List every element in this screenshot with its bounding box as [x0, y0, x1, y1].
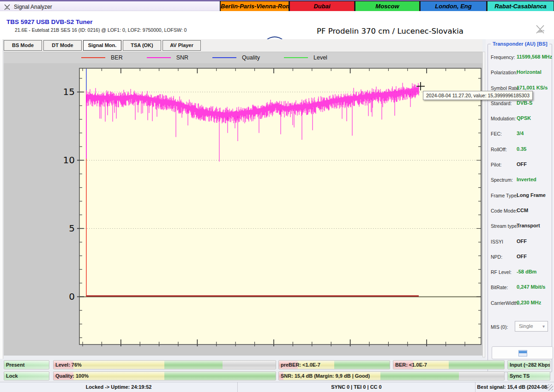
clock-city-label: Rabat-Casablanca	[488, 1, 554, 12]
transponder-panel: Transponder (AU) [BS] Frequency: 11599,5…	[486, 39, 554, 359]
transponder-row: CarrierWidth: 0,230 MHz	[488, 297, 552, 312]
transponder-row-label: Spectrum:	[491, 177, 513, 183]
transponder-row-value: OFF	[517, 254, 527, 259]
tab-av-player[interactable]: AV Player	[163, 40, 201, 51]
left-splitter[interactable]	[0, 39, 3, 359]
transponder-row-value: 171,001 KS/s	[517, 85, 548, 90]
status-best-signal: Best signal: 15,4 dB (2024-08-04 11:27)	[476, 382, 550, 392]
window-title: Signal Analyzer	[14, 4, 52, 10]
antenna-location: PF Prodelin 370 cm / Lucenec-Slovakia	[284, 27, 496, 36]
status-sync-counters: SYNC 0 | TEI 0 | CC 0	[238, 382, 476, 392]
level-meter: Level: 76%	[53, 360, 276, 369]
preber-meter: preBER: <1.0E-7	[278, 360, 390, 369]
mis-select[interactable]: Single ▾	[515, 321, 548, 332]
transponder-row-value: Horizontal	[517, 69, 542, 75]
transponder-row-value: CCM	[517, 208, 528, 213]
dish-icon: s/a	[535, 24, 547, 35]
level-line-swatch	[284, 57, 308, 58]
transponder-row-label: Frame Type:	[491, 193, 518, 198]
transponder-row-label: Polarization:	[491, 70, 518, 75]
transponder-row-label: RF Level:	[491, 269, 512, 275]
legend-item-ber: BER	[81, 54, 123, 61]
clock-city-label: London, Eng	[421, 1, 486, 12]
transponder-row-label: FEC:	[491, 131, 502, 137]
transponder-row: Frame Type: Long Frame	[488, 189, 552, 204]
tab-dt-mode[interactable]: DT Mode	[43, 40, 82, 51]
legend-item-level: Level	[284, 54, 327, 61]
status-bar: Locked -> Uptime: 24:19:52 SYNC 0 | TEI …	[0, 382, 554, 392]
transponder-row: FEC: 3/4	[488, 127, 552, 143]
y-axis-label: 0	[58, 291, 75, 302]
transponder-row-value: -58 dBm	[517, 269, 536, 274]
tab-tsa[interactable]: TSA (OK)	[123, 40, 161, 51]
present-indicator: Present	[4, 360, 49, 369]
transponder-row-value: 0,230 MHz	[517, 300, 541, 305]
clock-city-label: Moscow	[355, 1, 419, 12]
transponder-row-value: 0,247 Mbit/s	[517, 284, 545, 290]
y-axis-label: 15	[58, 86, 75, 97]
transponder-row: ISSYI OFF	[488, 235, 552, 250]
ber-meter: BER: <1.0E-7	[393, 360, 505, 369]
transponder-row-label: Modulation:	[491, 116, 516, 121]
transponder-row-label: Frequency:	[491, 54, 515, 60]
transponder-row: Polarization: Horizontal	[488, 66, 552, 81]
stream-list-icon	[518, 350, 527, 356]
transponder-rows: Frequency: 11599,568 MHz Polarization: H…	[488, 51, 552, 312]
transponder-row: Frequency: 11599,568 MHz	[488, 51, 552, 66]
transponder-row-value: OFF	[517, 238, 527, 244]
quality-meter: Quality: 100%	[53, 371, 276, 380]
chevron-down-icon: ▾	[542, 321, 545, 331]
transponder-row-label: BitRate:	[491, 285, 508, 290]
transponder-row: NPD: OFF	[488, 250, 552, 266]
stream-list-button[interactable]	[492, 346, 553, 359]
transponder-row-label: NPD:	[491, 254, 502, 260]
transponder-row-value: QPSK	[517, 115, 531, 121]
transponder-row-value: OFF	[517, 161, 527, 167]
chart-tooltip: 2024-08-04 11.27.20, value: 15,399999618…	[423, 91, 533, 100]
transponder-row-label: Code Mode:	[491, 208, 517, 214]
transponder-row-value: 11599,568 MHz	[517, 54, 552, 59]
transponder-row-value: Transport	[517, 223, 540, 228]
transponder-row: Spectrum: Inverted	[488, 173, 552, 189]
transponder-row-value: Inverted	[517, 177, 536, 182]
signal-chart[interactable]	[79, 68, 481, 344]
transponder-row-label: Pilot:	[491, 162, 501, 167]
clock-city-label: Dubai	[290, 1, 354, 12]
transponder-row-value: 3/4	[517, 131, 524, 136]
transponder-row: BitRate: 0,247 Mbit/s	[488, 281, 552, 296]
mode-tabs: BS Mode DT Mode Signal Mon. TSA (OK) AV …	[4, 39, 482, 52]
transponder-row-label: Standard:	[491, 101, 512, 106]
transponder-row: RF Level: -58 dBm	[488, 266, 552, 281]
transponder-row-value: DVB-S	[517, 100, 532, 106]
transponder-row: Modulation: QPSK	[488, 112, 552, 127]
transponder-row: Stream type: Transport	[488, 220, 552, 235]
legend-item-quality: Quality	[212, 54, 260, 61]
transponder-title: Transponder (AU) [BS]	[491, 41, 549, 47]
transponder-row: Pilot: OFF	[488, 158, 552, 173]
ber-line-swatch	[81, 57, 105, 58]
chart-legend: BER SNR Quality Level	[4, 52, 482, 63]
y-axis-label: 5	[58, 223, 75, 234]
transponder-row-label: Symbol Rate:	[491, 85, 520, 91]
transponder-row-label: Stream type:	[491, 223, 518, 229]
transponder-row: Code Mode: CCM	[488, 204, 552, 220]
tuner-details: 21.6E - Eutelsat 21B SES 16 (ID: 0216) @…	[15, 27, 187, 33]
y-axis-label: 10	[58, 154, 75, 166]
tuner-name: TBS 5927 USB DVB-S2 Tuner	[6, 18, 93, 25]
transponder-row: RollOff: 0.35	[488, 143, 552, 158]
svg-text:s/a: s/a	[541, 29, 544, 32]
mis-row: MIS (0): Single ▾	[488, 320, 552, 334]
resize-grip[interactable]	[547, 384, 553, 391]
mis-label: MIS (0):	[491, 324, 508, 330]
tab-signal-mon[interactable]: Signal Mon.	[83, 40, 121, 51]
snr-meter: SNR: 15,4 dB (Margin: 9,9 dB | Good)	[278, 371, 505, 380]
transponder-row-label: RollOff:	[491, 147, 507, 152]
clock-city-label: Berlin-Paris-Vienna-Roma	[221, 1, 289, 12]
transponder-row-value: Long Frame	[517, 192, 546, 198]
transponder-row-label: CarrierWidth:	[491, 300, 519, 306]
sync-ts-indicator: Sync TS	[507, 371, 550, 380]
tab-bs-mode[interactable]: BS Mode	[4, 40, 42, 51]
lock-indicator: Lock	[4, 371, 49, 380]
signal-analyzer-icon	[4, 4, 11, 11]
transponder-row-label: ISSYI	[491, 239, 503, 244]
